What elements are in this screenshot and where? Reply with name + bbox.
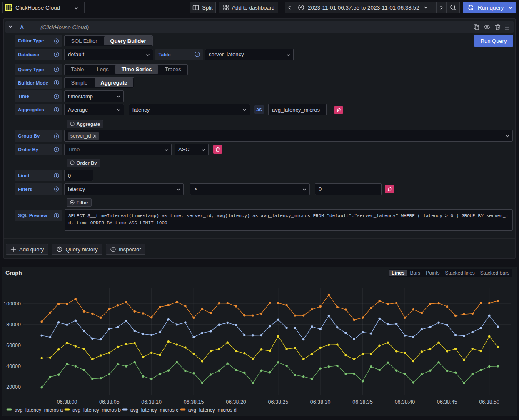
svg-text:avg_latency_micros b: avg_latency_micros b: [72, 407, 121, 413]
svg-text:06:38:35: 06:38:35: [352, 399, 373, 405]
svg-text:06:38:45: 06:38:45: [437, 399, 457, 405]
svg-text:06:38:40: 06:38:40: [395, 399, 415, 405]
svg-text:20000: 20000: [6, 384, 21, 390]
svg-text:avg_latency_micros a: avg_latency_micros a: [15, 407, 63, 413]
svg-text:avg_latency_micros c: avg_latency_micros c: [130, 407, 178, 413]
svg-text:60000: 60000: [6, 342, 21, 348]
svg-text:06:38:20: 06:38:20: [226, 399, 246, 405]
svg-text:40000: 40000: [6, 363, 21, 369]
svg-text:06:38:15: 06:38:15: [184, 399, 204, 405]
svg-text:06:38:05: 06:38:05: [99, 399, 120, 405]
svg-text:06:38:30: 06:38:30: [310, 399, 331, 405]
svg-text:80000: 80000: [6, 322, 21, 328]
svg-text:100000: 100000: [3, 301, 21, 307]
svg-text:06:38:10: 06:38:10: [141, 399, 162, 405]
svg-text:06:38:25: 06:38:25: [268, 399, 289, 405]
svg-text:06:38:50: 06:38:50: [479, 399, 499, 405]
svg-text:06:38:00: 06:38:00: [57, 399, 77, 405]
svg-text:avg_latency_micros d: avg_latency_micros d: [188, 407, 237, 413]
